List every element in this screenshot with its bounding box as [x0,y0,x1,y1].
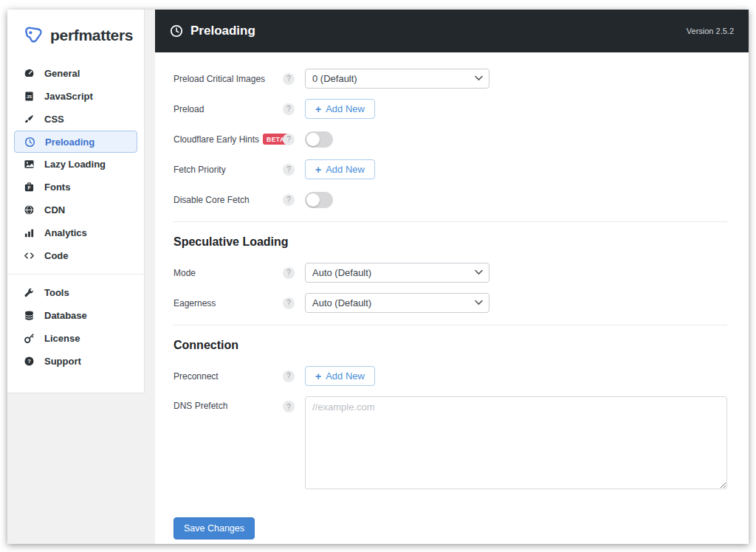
sidebar-item-label: Code [44,250,69,261]
page-title: Preloading [190,24,255,38]
form-row-cloudflare-early-hints: Cloudflare Early HintsBETA ? [173,129,727,149]
key-icon [24,333,35,344]
help-icon[interactable]: ? [283,103,295,115]
add-new-label: Add New [326,164,365,175]
dns-prefetch-textarea[interactable] [305,396,727,489]
help-icon[interactable]: ? [283,297,295,309]
brush-icon [24,114,35,125]
sidebar-item-fonts[interactable]: F Fonts [7,176,144,199]
plus-icon: + [315,165,321,175]
add-new-label: Add New [326,370,365,382]
form-row-preload: Preload ? + Add New [173,99,727,119]
sidebar-item-label: Support [44,356,81,367]
sidebar-item-label: CSS [44,114,64,125]
help-icon[interactable]: ? [283,267,295,279]
app-window: perfmatters General JS JavaScript CSS Pr… [7,10,749,544]
preload-add-new-button[interactable]: + Add New [305,99,375,119]
settings-form: Preload Critical Images ? 0 (Default) Pr… [155,52,749,539]
question-circle-icon: ? [24,356,35,367]
font-case-icon: F [24,182,35,193]
preload-critical-images-select[interactable]: 0 (Default) [305,69,489,89]
form-row-preconnect: Preconnect ? + Add New [173,366,727,386]
javascript-icon: JS [24,91,35,102]
form-row-dns-prefetch: DNS Prefetch ? [173,396,727,489]
field-label: Preload Critical Images [173,74,277,84]
sidebar-item-license[interactable]: License [7,327,144,350]
page-header: Preloading Version 2.5.2 [155,10,749,52]
plus-icon: + [315,371,321,382]
toggle-knob [306,193,320,207]
help-icon[interactable]: ? [283,164,295,176]
help-icon[interactable]: ? [283,134,295,145]
help-icon[interactable]: ? [283,194,295,206]
perfmatters-logo-icon [21,24,45,46]
sidebar-item-label: JavaScript [44,91,93,102]
field-label: Eagerness [173,298,277,308]
sidebar-item-label: Database [44,310,87,321]
logo-wordmark: perfmatters [50,27,133,44]
field-label: Preload [173,104,277,114]
sidebar-item-support[interactable]: ? Support [7,350,144,373]
sidebar-item-label: Tools [44,287,69,298]
sidebar-item-tools[interactable]: Tools [7,281,144,304]
form-row-eagerness: Eagerness ? Auto (Default) [173,293,727,313]
help-icon[interactable]: ? [283,401,295,413]
field-label: DNS Prefetch [173,401,277,411]
field-label: Mode [173,268,277,278]
perfmatters-logo: perfmatters [7,24,144,46]
sidebar-item-lazy-loading[interactable]: Lazy Loading [7,153,144,176]
save-changes-button[interactable]: Save Changes [173,517,255,539]
field-label: Disable Core Fetch [173,195,277,205]
section-heading-connection: Connection [173,339,727,352]
eagerness-select[interactable]: Auto (Default) [305,293,489,313]
sidebar-item-label: Preloading [45,137,94,148]
field-label: Cloudflare Early HintsBETA [173,134,277,145]
globe-icon [24,204,35,215]
plus-icon: + [315,104,321,114]
form-row-mode: Mode ? Auto (Default) [173,263,727,283]
bar-chart-icon [24,227,35,238]
toggle-knob [306,133,320,146]
cloudflare-early-hints-toggle[interactable] [305,131,333,148]
help-icon[interactable]: ? [283,73,295,85]
code-icon [24,250,35,261]
sidebar-item-css[interactable]: CSS [7,108,144,131]
sidebar-item-analytics[interactable]: Analytics [7,221,144,244]
sidebar-item-general[interactable]: General [7,62,144,85]
sidebar-item-label: Lazy Loading [44,159,106,170]
section-heading-speculative-loading: Speculative Loading [173,235,727,249]
form-row-preload-critical-images: Preload Critical Images ? 0 (Default) [173,69,727,89]
clock-icon [170,24,183,38]
form-row-fetch-priority: Fetch Priority ? + Add New [173,159,727,179]
sidebar-item-code[interactable]: Code [7,244,144,267]
sidebar-item-label: License [44,333,80,344]
section-divider [173,221,727,222]
fetch-priority-add-new-button[interactable]: + Add New [305,159,375,179]
clock-icon [24,137,35,148]
sidebar: perfmatters General JS JavaScript CSS Pr… [7,10,145,393]
help-icon[interactable]: ? [283,370,295,382]
wrench-icon [24,287,35,298]
preconnect-add-new-button[interactable]: + Add New [305,366,375,386]
field-label: Fetch Priority [173,165,277,175]
svg-text:JS: JS [27,94,32,99]
svg-text:F: F [28,185,31,190]
version-label: Version 2.5.2 [687,27,734,35]
image-icon [24,159,35,170]
sidebar-item-label: Analytics [44,227,87,238]
sidebar-divider [7,274,144,275]
svg-text:?: ? [27,358,31,365]
disable-core-fetch-toggle[interactable] [305,192,333,208]
mode-select[interactable]: Auto (Default) [305,263,489,283]
database-icon [24,310,35,321]
sidebar-item-javascript[interactable]: JS JavaScript [7,85,144,108]
sidebar-item-label: Fonts [44,182,70,193]
main-panel: Preloading Version 2.5.2 Preload Critica… [155,10,749,544]
sidebar-item-cdn[interactable]: CDN [7,199,144,221]
sidebar-item-database[interactable]: Database [7,304,144,327]
section-divider [173,325,727,325]
dashboard-icon [24,68,35,79]
sidebar-item-label: General [44,68,80,79]
sidebar-item-preloading[interactable]: Preloading [14,131,137,153]
add-new-label: Add New [326,103,365,114]
